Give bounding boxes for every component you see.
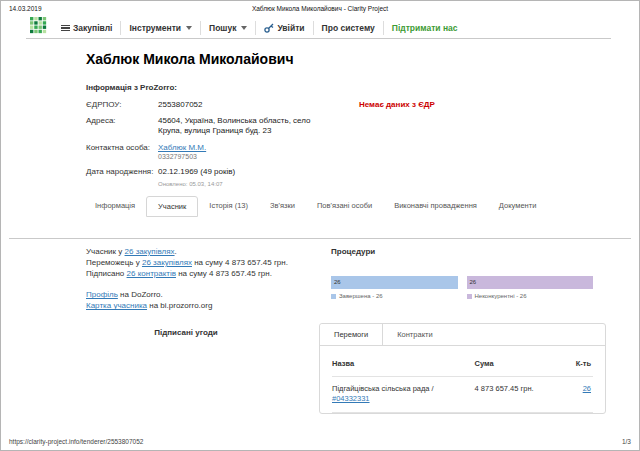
tab-information[interactable]: Інформація bbox=[84, 196, 146, 217]
row-count-link[interactable]: 26 bbox=[583, 384, 591, 393]
dozorro-profile-link[interactable]: Профіль bbox=[86, 290, 118, 299]
birth-date-label: Дата народження: bbox=[86, 167, 158, 176]
chevron-down-icon bbox=[186, 26, 192, 30]
contact-person-link[interactable]: Хаблюк М.М. bbox=[158, 143, 206, 152]
key-icon bbox=[264, 23, 274, 33]
nav-item-support[interactable]: Підтримати нас bbox=[384, 21, 466, 35]
signed-agreements-heading: Підписані угоди bbox=[86, 328, 286, 339]
top-navigation: Закупівлі Інструменти Пошук Увійти Про с… bbox=[26, 18, 611, 39]
tab-history[interactable]: Історія (13) bbox=[198, 196, 259, 217]
nav-about-label: Про систему bbox=[322, 23, 375, 33]
legend-swatch-noncompetitive bbox=[467, 294, 472, 299]
tab-related-persons[interactable]: Пов'язані особи bbox=[306, 196, 383, 217]
print-footer: https://clarity-project.info/tenderer/25… bbox=[9, 438, 631, 445]
tab-participant[interactable]: Учасник bbox=[146, 196, 198, 217]
no-edr-data-notice: Немає даних з ЄДР bbox=[359, 100, 435, 109]
edrpou-value: 2553807052 bbox=[158, 100, 351, 109]
info-heading: Інформація з ProZorro: bbox=[86, 83, 351, 92]
tab-documents[interactable]: Документи bbox=[488, 196, 547, 217]
address-value: 45604, Україна, Волинська область, село … bbox=[158, 116, 330, 136]
print-page-number: 1/3 bbox=[622, 438, 631, 445]
nav-support-label: Підтримати нас bbox=[392, 23, 458, 33]
prozorro-info-block: Інформація з ProZorro: ЄДРПОУ: 255380705… bbox=[86, 83, 351, 187]
nav-purchases-label: Закупівлі bbox=[73, 23, 112, 33]
card-tab-contracts[interactable]: Контракти bbox=[383, 324, 446, 345]
wins-contracts-card: Перемоги Контракти Назва Сума К-ть Підга… bbox=[319, 323, 606, 414]
tab-enforcement-proceedings[interactable]: Виконавчі провадження bbox=[383, 196, 488, 217]
bi-prozorro-line: Картка учасника на bi.prozorro.org bbox=[86, 301, 336, 312]
summary-line-contracts: Підписано 26 контрактів на суму 4 873 65… bbox=[86, 269, 336, 280]
nav-item-purchases[interactable]: Закупівлі bbox=[53, 21, 121, 35]
chevron-down-icon bbox=[241, 26, 247, 30]
content-divider bbox=[9, 238, 631, 239]
nav-login-label: Увійти bbox=[277, 23, 304, 33]
contact-phone: 0332797503 bbox=[158, 153, 351, 160]
clarity-project-logo-icon[interactable] bbox=[30, 17, 47, 38]
procedures-chart: Процедури 26 Завершена - 26 26 Неконкуре… bbox=[331, 247, 593, 299]
dozorro-profile-line: Профіль на DoZorro. bbox=[86, 290, 336, 301]
card-tab-wins[interactable]: Перемоги bbox=[320, 324, 383, 345]
legend-completed: Завершена - 26 bbox=[331, 293, 458, 299]
contact-person-label: Контактна особа: bbox=[86, 143, 158, 160]
birth-date-value: 02.12.1969 (49 років) bbox=[158, 167, 351, 176]
nav-item-about[interactable]: Про систему bbox=[314, 21, 384, 35]
summary-line-participations: Учасник у 26 закупівлях. bbox=[86, 247, 336, 258]
nav-item-search[interactable]: Пошук bbox=[201, 21, 256, 35]
print-document-title: Хаблюк Микола Миколайович - Clarity Proj… bbox=[9, 5, 631, 12]
page-title: Хаблюк Микола Миколайович bbox=[86, 51, 294, 67]
buyer-edrpou-link[interactable]: #04332331 bbox=[332, 394, 370, 403]
hamburger-icon bbox=[61, 23, 70, 32]
contracts-count-link[interactable]: 26 контрактів bbox=[127, 269, 176, 278]
bar-completed[interactable]: 26 bbox=[331, 276, 458, 289]
wins-table: Назва Сума К-ть Підгайцівська сільська р… bbox=[320, 346, 605, 413]
column-count: К-ть bbox=[563, 359, 593, 368]
wins-count-link[interactable]: 26 закупівлях bbox=[142, 258, 192, 267]
print-preview-page: 14.03.2019 Хаблюк Микола Миколайович - C… bbox=[0, 0, 640, 451]
nav-item-tools[interactable]: Інструменти bbox=[121, 21, 201, 35]
legend-completed-label: Завершена - 26 bbox=[339, 293, 383, 299]
wins-table-header: Назва Сума К-ть bbox=[332, 353, 593, 377]
participant-card-link[interactable]: Картка учасника bbox=[86, 301, 147, 310]
nav-tools-label: Інструменти bbox=[129, 23, 181, 33]
row-buyer-name: Підгайцівська сільська рада / #04332331 bbox=[332, 384, 475, 404]
row-sum: 4 873 657.45 грн. bbox=[475, 384, 563, 393]
edrpou-label: ЄДРПОУ: bbox=[86, 100, 158, 109]
participant-summary: Учасник у 26 закупівлях. Переможець у 26… bbox=[86, 247, 336, 339]
column-name: Назва bbox=[332, 359, 475, 369]
legend-noncompetitive: Неконкурентні - 26 bbox=[467, 293, 594, 299]
bar-noncompetitive[interactable]: 26 bbox=[467, 276, 594, 289]
address-label: Адреса: bbox=[86, 116, 158, 136]
card-tabs: Перемоги Контракти bbox=[320, 324, 605, 346]
print-url: https://clarity-project.info/tenderer/25… bbox=[9, 438, 143, 445]
bar-noncompetitive-group: 26 Неконкурентні - 26 bbox=[467, 276, 594, 299]
participations-count-link[interactable]: 26 закупівлях bbox=[125, 247, 175, 256]
legend-swatch-completed bbox=[331, 294, 336, 299]
summary-line-wins: Переможець у 26 закупівлях на суму 4 873… bbox=[86, 258, 336, 269]
nav-item-login[interactable]: Увійти bbox=[256, 21, 313, 35]
column-sum: Сума bbox=[475, 359, 563, 368]
bar-completed-group: 26 Завершена - 26 bbox=[331, 276, 458, 299]
updated-timestamp: Оновлено: 05.03, 14:07 bbox=[158, 181, 351, 187]
section-tabs: Інформація Учасник Історія (13) Зв'язки … bbox=[84, 196, 559, 217]
print-header: 14.03.2019 Хаблюк Микола Миколайович - C… bbox=[9, 5, 631, 15]
procedures-heading: Процедури bbox=[331, 247, 593, 256]
table-row: Підгайцівська сільська рада / #04332331 … bbox=[332, 377, 593, 413]
nav-search-label: Пошук bbox=[209, 23, 236, 33]
legend-noncompetitive-label: Неконкурентні - 26 bbox=[475, 293, 527, 299]
tab-links[interactable]: Зв'язки bbox=[259, 196, 306, 217]
